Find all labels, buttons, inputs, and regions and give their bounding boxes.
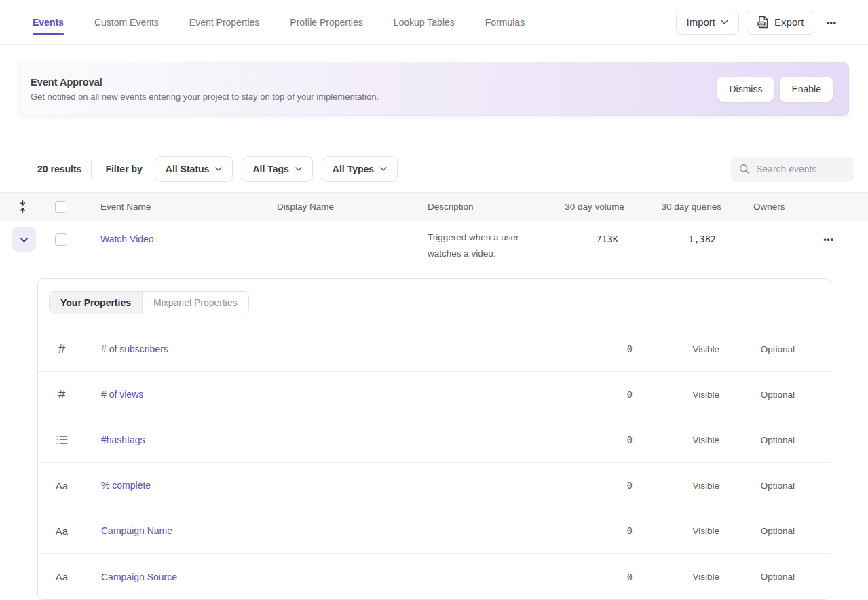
property-visibility: Visible (633, 571, 719, 582)
number-type-icon: # (58, 341, 66, 356)
dismiss-button[interactable]: Dismiss (717, 77, 774, 102)
filter-dropdown-label: All Tags (252, 164, 288, 174)
property-requirement: Optional (719, 481, 795, 491)
filter-dropdown[interactable]: All Tags (242, 156, 312, 182)
property-count: 0 (551, 525, 633, 536)
nav-tab-label: Formulas (485, 17, 525, 28)
property-visibility: Visible (633, 481, 719, 491)
event-description: Triggered when a user watches a video. (415, 221, 544, 262)
property-requirement: Optional (719, 435, 795, 445)
property-row: Aa Campaign Source 0 Visible Optional (38, 554, 831, 599)
filter-bar: 20 results Filter by All Status All Tags… (37, 155, 854, 183)
property-type-cell: Aa (38, 525, 81, 537)
chevron-down-icon (215, 167, 222, 171)
property-count: 0 (551, 434, 633, 445)
banner-actions: Dismiss Enable (717, 77, 833, 102)
nav-tab[interactable]: Formulas (485, 0, 525, 44)
property-name-link[interactable]: #hashtags (81, 434, 145, 445)
properties-tab-label: Mixpanel Properties (153, 297, 238, 308)
search-input[interactable] (756, 164, 846, 174)
property-requirement: Optional (719, 571, 795, 582)
property-visibility: Visible (633, 390, 719, 400)
property-name-link[interactable]: # of subscribers (81, 343, 168, 354)
col-30-day-queries: 30 day queries (624, 202, 721, 212)
collapse-all-cell (0, 200, 45, 213)
filter-dropdowns: All Status All Tags All Types (155, 156, 407, 182)
number-type-icon: # (58, 387, 66, 402)
export-button-label: Export (774, 16, 804, 28)
property-requirement: Optional (719, 390, 795, 400)
property-name-link[interactable]: Campaign Name (81, 525, 172, 536)
properties-panel: Your Properties Mixpanel Properties # # … (37, 278, 831, 600)
filter-dropdown-label: All Types (333, 164, 374, 174)
property-row: Aa % complete 0 Visible Optional (38, 463, 831, 508)
property-name-link[interactable]: Campaign Source (81, 571, 177, 582)
row-actions-cell: ••• (816, 221, 868, 247)
property-name-link[interactable]: # of views (81, 389, 143, 400)
nav-tab[interactable]: Profile Properties (290, 0, 362, 44)
nav-tab-label: Event Properties (189, 17, 260, 28)
property-visibility: Visible (633, 526, 719, 536)
property-type-cell: # (38, 341, 81, 356)
search-icon (739, 164, 750, 174)
collapse-rows-icon[interactable] (18, 200, 27, 213)
topnav-actions: Import csv Export ••• (676, 0, 841, 44)
select-all-checkbox[interactable] (55, 201, 67, 213)
enable-button[interactable]: Enable (780, 77, 833, 102)
property-type-cell: Aa (38, 480, 81, 491)
col-description: Description (415, 202, 544, 212)
nav-tab-label: Lookup Tables (394, 17, 455, 28)
collapse-row-button[interactable] (12, 227, 36, 252)
nav-tab[interactable]: Custom Events (94, 0, 159, 44)
expander-cell (0, 221, 45, 252)
search-box (731, 157, 854, 182)
property-visibility: Visible (633, 344, 719, 354)
property-name-link[interactable]: % complete (81, 480, 151, 491)
property-requirement: Optional (719, 526, 795, 536)
row-more-button[interactable]: ••• (819, 230, 838, 247)
property-requirement: Optional (719, 344, 795, 354)
text-type-icon: Aa (56, 571, 68, 582)
nav-tab[interactable]: Events (33, 0, 64, 44)
event-name-link[interactable]: Watch Video (88, 221, 154, 244)
import-button-label: Import (687, 16, 716, 28)
filter-dropdown-label: All Status (166, 164, 210, 174)
event-approval-banner: Event Approval Get notified on all new e… (19, 62, 849, 116)
svg-text:csv: csv (759, 22, 764, 26)
event-row: Watch Video Triggered when a user watche… (0, 221, 868, 278)
filter-by-label: Filter by (105, 164, 142, 174)
property-row: Aa Campaign Name 0 Visible Optional (38, 508, 831, 554)
col-30-day-volume: 30 day volume (544, 202, 624, 212)
select-all-cell (45, 201, 88, 213)
row-checkbox[interactable] (55, 233, 67, 246)
event-volume: 713K (544, 221, 624, 244)
properties-tab-label: Your Properties (60, 297, 131, 308)
text-type-icon: Aa (56, 480, 68, 491)
banner-title: Event Approval (31, 77, 379, 88)
property-count: 0 (551, 389, 633, 400)
banner-description: Get notified on all new events entering … (31, 92, 379, 102)
text-type-icon: Aa (56, 525, 68, 537)
filter-dropdown[interactable]: All Status (155, 156, 233, 182)
properties-tab[interactable]: Mixpanel Properties (143, 292, 248, 314)
property-count: 0 (551, 343, 633, 354)
ellipsis-icon: ••• (823, 235, 834, 244)
export-button[interactable]: csv Export (747, 10, 814, 35)
properties-tab[interactable]: Your Properties (50, 292, 143, 314)
import-button[interactable]: Import (676, 10, 740, 35)
property-row: #hashtags 0 Visible Optional (38, 417, 831, 463)
nav-tab[interactable]: Event Properties (189, 0, 260, 44)
nav-tabs: Events Custom Events Event Properties Pr… (33, 0, 525, 44)
csv-file-icon: csv (757, 16, 769, 29)
chevron-down-icon (721, 20, 728, 24)
more-menu-button[interactable]: ••• (822, 14, 841, 31)
nav-tab-label: Custom Events (94, 17, 159, 28)
results-count: 20 results (37, 164, 81, 174)
nav-tab[interactable]: Lookup Tables (394, 0, 455, 44)
property-count: 0 (551, 480, 633, 491)
events-table-header: Event Name Display Name Description 30 d… (0, 192, 868, 221)
col-owners: Owners (721, 202, 816, 212)
nav-tab-label: Events (33, 17, 64, 28)
filter-dropdown[interactable]: All Types (322, 156, 398, 182)
properties-panel-header: Your Properties Mixpanel Properties (38, 279, 831, 326)
